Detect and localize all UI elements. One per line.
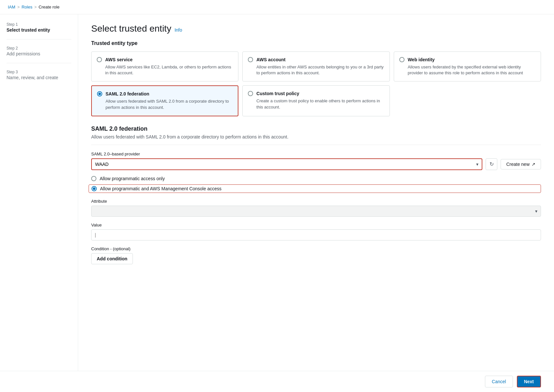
provider-group: SAML 2.0–based provider WAAD ▾ ↻ Create … bbox=[91, 152, 541, 170]
entity-card-saml-header: SAML 2.0 federation bbox=[97, 91, 233, 96]
entity-card-custom-trust-label: Custom trust policy bbox=[256, 91, 299, 96]
entity-card-aws-account-radio bbox=[248, 57, 253, 62]
attribute-select-wrapper: ▾ bbox=[91, 206, 541, 217]
trusted-entity-section-title: Trusted entity type bbox=[91, 40, 541, 46]
entity-cards-row1: AWS service Allow AWS services like EC2,… bbox=[91, 51, 541, 81]
entity-card-aws-account-label: AWS account bbox=[256, 57, 285, 62]
step-1-title: Select trusted entity bbox=[7, 27, 71, 33]
value-label: Value bbox=[91, 223, 541, 227]
step-3-number: Step 3 bbox=[7, 70, 71, 74]
page-title-row: Select trusted entity Info bbox=[91, 23, 541, 34]
create-new-label: Create new bbox=[506, 162, 530, 167]
condition-label: Condition - (optional) bbox=[91, 246, 541, 251]
step-3: Step 3 Name, review, and create bbox=[7, 70, 71, 87]
value-group: Value bbox=[91, 223, 541, 240]
entity-card-aws-account[interactable]: AWS account Allow entities in other AWS … bbox=[242, 51, 390, 81]
create-new-button[interactable]: Create new ↗ bbox=[501, 159, 541, 169]
entity-card-aws-account-desc: Allow entities in other AWS accounts bel… bbox=[248, 64, 384, 76]
entity-card-aws-service[interactable]: AWS service Allow AWS services like EC2,… bbox=[91, 51, 238, 81]
breadcrumb-iam[interactable]: IAM bbox=[8, 5, 15, 9]
saml-section-desc: Allow users federated with SAML 2.0 from… bbox=[91, 134, 541, 139]
attribute-group: Attribute ▾ bbox=[91, 199, 541, 217]
access-option-console[interactable]: Allow programmatic and AWS Management Co… bbox=[89, 184, 541, 193]
attribute-select[interactable] bbox=[92, 206, 541, 216]
access-option-programmatic-label: Allow programmatic access only bbox=[100, 176, 165, 181]
step-1-number: Step 1 bbox=[7, 22, 71, 27]
saml-section-title: SAML 2.0 federation bbox=[91, 125, 541, 132]
step-2: Step 2 Add permissions bbox=[7, 46, 71, 63]
page-title: Select trusted entity bbox=[91, 23, 171, 34]
entity-card-empty bbox=[394, 85, 541, 116]
breadcrumb-current: Create role bbox=[38, 5, 59, 9]
info-link[interactable]: Info bbox=[175, 27, 182, 33]
access-options: Allow programmatic access only Allow pro… bbox=[91, 176, 541, 193]
entity-card-aws-service-header: AWS service bbox=[97, 57, 233, 62]
step-2-number: Step 2 bbox=[7, 46, 71, 51]
breadcrumb-sep-1: > bbox=[17, 5, 20, 9]
entity-card-aws-service-desc: Allow AWS services like EC2, Lambda, or … bbox=[97, 64, 233, 76]
step-2-title: Add permissions bbox=[7, 51, 71, 56]
cancel-button[interactable]: Cancel bbox=[485, 376, 513, 387]
main-content: Select trusted entity Info Trusted entit… bbox=[78, 14, 554, 390]
provider-select-wrapper: WAAD ▾ bbox=[91, 158, 482, 170]
condition-group: Condition - (optional) Add condition bbox=[91, 246, 541, 264]
entity-card-aws-service-label: AWS service bbox=[105, 57, 133, 62]
entity-card-web-identity[interactable]: Web identity Allows users federated by t… bbox=[394, 51, 541, 81]
next-button[interactable]: Next bbox=[517, 376, 541, 387]
provider-label: SAML 2.0–based provider bbox=[91, 152, 541, 156]
access-option-programmatic-radio bbox=[91, 176, 96, 181]
value-input[interactable] bbox=[91, 229, 541, 240]
step-3-title: Name, review, and create bbox=[7, 75, 71, 80]
entity-card-custom-trust[interactable]: Custom trust policy Create a custom trus… bbox=[242, 85, 390, 116]
entity-card-aws-account-header: AWS account bbox=[248, 57, 384, 62]
access-option-programmatic[interactable]: Allow programmatic access only bbox=[91, 176, 541, 181]
entity-card-custom-trust-header: Custom trust policy bbox=[248, 91, 384, 96]
entity-cards-row2: SAML 2.0 federation Allow users federate… bbox=[91, 85, 541, 116]
breadcrumb: IAM > Roles > Create role bbox=[0, 0, 554, 14]
provider-select[interactable]: WAAD bbox=[92, 159, 482, 169]
attribute-label: Attribute bbox=[91, 199, 541, 204]
breadcrumb-sep-2: > bbox=[34, 5, 36, 9]
external-link-icon: ↗ bbox=[532, 162, 535, 167]
entity-card-saml-radio bbox=[97, 91, 102, 96]
access-option-console-radio bbox=[92, 186, 97, 191]
entity-card-aws-service-radio bbox=[97, 57, 102, 62]
provider-row: WAAD ▾ ↻ Create new ↗ bbox=[91, 158, 541, 170]
refresh-button[interactable]: ↻ bbox=[486, 158, 497, 170]
entity-card-web-identity-label: Web identity bbox=[408, 57, 435, 62]
footer-actions: Cancel Next bbox=[0, 371, 554, 390]
access-option-console-label: Allow programmatic and AWS Management Co… bbox=[100, 186, 221, 191]
step-1: Step 1 Select trusted entity bbox=[7, 22, 71, 39]
entity-card-saml-label: SAML 2.0 federation bbox=[106, 91, 149, 96]
refresh-icon: ↻ bbox=[490, 161, 494, 167]
sidebar: Step 1 Select trusted entity Step 2 Add … bbox=[0, 14, 78, 390]
entity-card-custom-trust-radio bbox=[248, 91, 253, 96]
entity-card-saml-desc: Allow users federated with SAML 2.0 from… bbox=[97, 98, 233, 110]
entity-card-web-identity-desc: Allows users federated by the specified … bbox=[399, 64, 535, 76]
entity-card-web-identity-header: Web identity bbox=[399, 57, 535, 62]
entity-card-web-identity-radio bbox=[399, 57, 405, 62]
add-condition-button[interactable]: Add condition bbox=[91, 253, 133, 264]
saml-divider bbox=[91, 145, 541, 145]
entity-card-saml[interactable]: SAML 2.0 federation Allow users federate… bbox=[91, 85, 238, 116]
breadcrumb-roles[interactable]: Roles bbox=[21, 5, 32, 9]
entity-card-custom-trust-desc: Create a custom trust policy to enable o… bbox=[248, 98, 384, 110]
